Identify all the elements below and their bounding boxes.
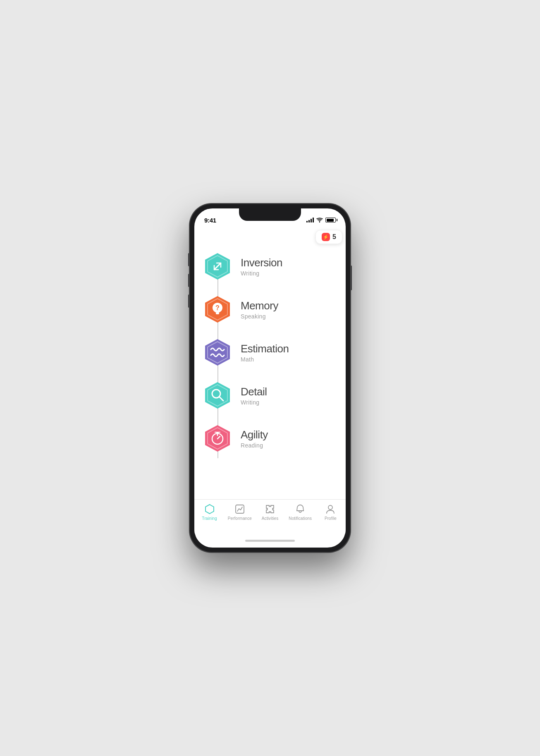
profile-label: Profile xyxy=(325,516,337,521)
training-icon xyxy=(204,504,215,514)
detail-info: Detail Writing xyxy=(241,385,267,406)
home-indicator xyxy=(194,534,346,548)
notifications-label: Notifications xyxy=(289,516,312,521)
estimation-info: Estimation Math xyxy=(241,342,289,363)
training-label: Training xyxy=(202,516,217,521)
notch xyxy=(239,208,301,221)
svg-text:?: ? xyxy=(215,304,220,311)
phone-screen: 9:41 ⚡ 5 xyxy=(194,208,346,548)
profile-icon xyxy=(325,504,336,514)
performance-icon xyxy=(234,504,245,514)
inversion-subtitle: Writing xyxy=(241,270,282,277)
tab-activities[interactable]: Activities xyxy=(255,504,285,521)
main-content: ⚡ 5 xyxy=(194,227,346,499)
inversion-hex-icon xyxy=(203,251,232,281)
activities-label: Activities xyxy=(262,516,278,521)
activity-item-memory[interactable]: ? Memory Speaking xyxy=(203,294,337,324)
memory-subtitle: Speaking xyxy=(241,313,278,320)
svg-marker-23 xyxy=(205,505,214,514)
svg-marker-10 xyxy=(205,339,230,366)
signal-icon xyxy=(306,218,314,222)
activity-item-agility[interactable]: Agility Reading xyxy=(203,423,337,453)
detail-subtitle: Writing xyxy=(241,399,267,406)
tab-bar: Training Performance xyxy=(194,499,346,534)
memory-hex-icon: ? xyxy=(203,294,232,324)
activities-icon xyxy=(265,504,275,514)
activity-item-estimation[interactable]: Estimation Math xyxy=(203,337,337,367)
battery-icon xyxy=(325,218,336,222)
svg-point-26 xyxy=(328,505,332,510)
status-time: 9:41 xyxy=(204,217,216,224)
estimation-hex-icon xyxy=(203,337,232,367)
inversion-info: Inversion Writing xyxy=(241,256,282,277)
svg-rect-9 xyxy=(216,312,219,314)
tab-notifications[interactable]: Notifications xyxy=(285,504,315,521)
wifi-icon xyxy=(316,218,323,222)
detail-title: Detail xyxy=(241,385,267,398)
memory-title: Memory xyxy=(241,299,278,312)
performance-label: Performance xyxy=(228,516,252,521)
memory-info: Memory Speaking xyxy=(241,299,278,320)
estimation-subtitle: Math xyxy=(241,356,289,363)
tab-performance[interactable]: Performance xyxy=(225,504,255,521)
inversion-title: Inversion xyxy=(241,256,282,269)
agility-hex-icon xyxy=(203,423,232,453)
agility-subtitle: Reading xyxy=(241,442,268,449)
detail-hex-icon xyxy=(203,380,232,410)
phone-frame: 9:41 ⚡ 5 xyxy=(189,203,351,553)
activity-item-inversion[interactable]: Inversion Writing xyxy=(203,251,337,281)
svg-marker-12 xyxy=(205,382,230,409)
estimation-title: Estimation xyxy=(241,342,289,355)
agility-title: Agility xyxy=(241,428,268,441)
tab-profile[interactable]: Profile xyxy=(315,504,346,521)
agility-info: Agility Reading xyxy=(241,428,268,449)
activity-list: Inversion Writing xyxy=(203,227,337,475)
activity-item-detail[interactable]: Detail Writing xyxy=(203,380,337,410)
status-icons xyxy=(306,218,336,222)
notifications-icon xyxy=(295,504,306,514)
tab-training[interactable]: Training xyxy=(194,504,225,521)
